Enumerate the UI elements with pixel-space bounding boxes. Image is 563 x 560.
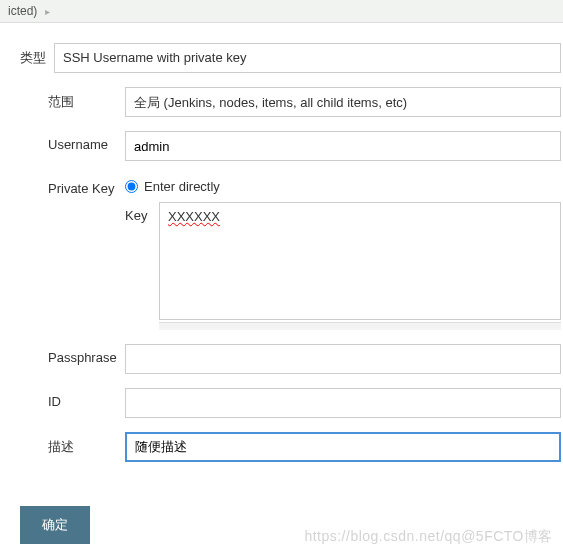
enter-directly-radio[interactable] — [125, 180, 138, 193]
row-private-key: Private Key Enter directly Key XXXXXX — [20, 175, 563, 330]
type-select[interactable]: SSH Username with private key — [54, 43, 561, 73]
breadcrumb: icted) ▸ — [0, 0, 563, 23]
row-description: 描述 — [20, 432, 563, 462]
row-type: 类型 SSH Username with private key — [20, 43, 563, 73]
enter-directly-radio-row: Enter directly — [125, 175, 561, 194]
textarea-scroll-track — [159, 322, 561, 330]
row-passphrase: Passphrase — [20, 344, 563, 374]
breadcrumb-item[interactable]: icted) — [8, 4, 37, 18]
watermark-text: https://blog.csdn.net/qq@5FCTO博客 — [304, 528, 553, 546]
label-private-key: Private Key — [20, 175, 125, 196]
label-username: Username — [20, 131, 125, 152]
row-id: ID — [20, 388, 563, 418]
label-key: Key — [125, 202, 159, 223]
submit-button[interactable]: 确定 — [20, 506, 90, 544]
label-scope: 范围 — [20, 87, 125, 111]
label-id: ID — [20, 388, 125, 409]
label-description: 描述 — [20, 432, 125, 456]
key-textarea[interactable]: XXXXXX — [159, 202, 561, 320]
chevron-right-icon: ▸ — [45, 6, 50, 17]
label-passphrase: Passphrase — [20, 344, 125, 365]
row-scope: 范围 全局 (Jenkins, nodes, items, all child … — [20, 87, 563, 117]
username-input[interactable] — [125, 131, 561, 161]
credentials-form: 类型 SSH Username with private key 范围 全局 (… — [0, 23, 563, 462]
enter-directly-label: Enter directly — [144, 179, 220, 194]
label-type: 类型 — [20, 43, 54, 67]
scope-select[interactable]: 全局 (Jenkins, nodes, items, all child ite… — [125, 87, 561, 117]
key-section: Key XXXXXX — [125, 202, 561, 320]
key-value-text: XXXXXX — [168, 209, 220, 224]
passphrase-input[interactable] — [125, 344, 561, 374]
description-input[interactable] — [125, 432, 561, 462]
row-username: Username — [20, 131, 563, 161]
id-input[interactable] — [125, 388, 561, 418]
